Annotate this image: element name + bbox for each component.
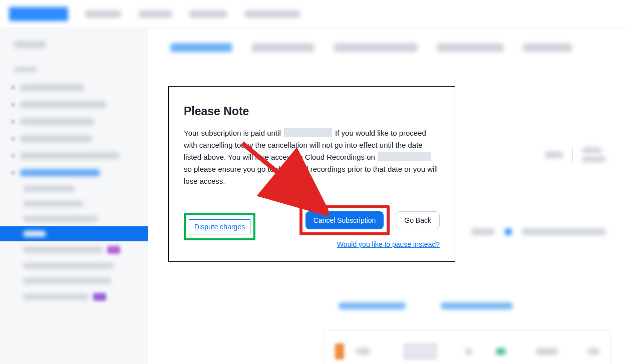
sidebar-item [0,147,148,164]
sidebar-item [0,113,148,130]
logo [9,7,68,21]
sidebar-subitem [0,211,148,226]
topnav-item [138,10,172,18]
dispute-charges-link[interactable]: Dispute charges [189,219,250,234]
redacted-date [378,152,431,161]
topnav-item [189,10,227,18]
pause-instead-link[interactable]: Would you like to pause instead? [337,240,440,248]
bg-row [545,147,606,162]
cancel-subscription-dialog: Please Note Your subscription is paid un… [168,86,455,262]
tab [334,43,418,52]
highlight-red: Cancel Subscription [299,205,390,235]
sidebar-item [0,96,148,113]
sidebar-subitem [0,273,148,288]
bg-links [339,302,513,309]
tab [523,43,572,52]
sidebar-item [0,130,148,147]
sidebar [0,28,148,364]
top-nav [0,0,626,28]
sidebar-subitem [0,241,148,258]
go-back-button[interactable]: Go Back [396,211,440,229]
cancel-subscription-button[interactable]: Cancel Subscription [305,211,384,229]
dialog-body: Your subscription is paid until If you w… [184,127,440,187]
redacted-date [284,128,332,137]
tabs [170,43,609,52]
sidebar-subitem [0,196,148,211]
sidebar-subitem [0,181,148,196]
sidebar-subitem [0,288,148,305]
bg-row [471,228,606,235]
tab [170,43,232,52]
sidebar-item [0,79,148,96]
highlight-green: Dispute charges [184,213,255,240]
bg-card [324,330,611,364]
topnav-item [244,10,300,18]
sidebar-subitem-active [0,226,148,241]
tab [251,43,315,52]
tab [437,43,504,52]
sidebar-item-active-parent [0,164,148,181]
sidebar-subitem [0,258,148,273]
topnav-item [85,10,121,18]
dialog-title: Please Note [184,105,440,118]
